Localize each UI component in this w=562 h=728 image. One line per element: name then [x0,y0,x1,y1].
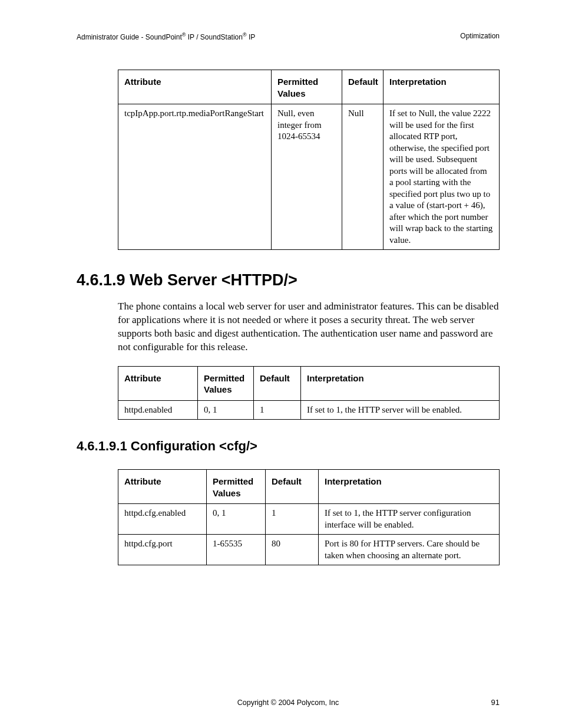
cell-default: 1 [254,400,301,420]
page-footer: Copyright © 2004 Polycom, Inc 91 [77,698,500,707]
table-row: tcpIpApp.port.rtp.mediaPortRangeStart Nu… [118,104,500,250]
table-rtp-port: Attribute Permitted Values Default Inter… [118,70,500,250]
cell-permitted: 1-65535 [207,535,266,565]
table-cfg: Attribute Permitted Values Default Inter… [118,469,500,565]
cell-default: Null [342,104,384,250]
section-heading-web-server: 4.6.1.9 Web Server <HTTPD/> [77,271,500,289]
col-default: Default [254,366,301,400]
table-header-row: Attribute Permitted Values Default Inter… [118,366,500,400]
running-header: Administrator Guide - SoundPoint® IP / S… [77,32,500,41]
cell-attribute: httpd.enabled [118,400,198,420]
col-interpretation: Interpretation [301,366,500,400]
cell-interpretation: If set to Null, the value 2222 will be u… [384,104,500,250]
table-header-row: Attribute Permitted Values Default Inter… [118,470,500,504]
col-permitted: Permitted Values [198,366,254,400]
col-default: Default [266,470,319,504]
cell-permitted: 0, 1 [198,400,254,420]
table-httpd: Attribute Permitted Values Default Inter… [118,366,500,420]
col-permitted: Permitted Values [207,470,266,504]
registered-icon: ® [243,32,247,38]
col-attribute: Attribute [118,470,207,504]
cell-interpretation: If set to 1, the HTTP server configurati… [319,504,500,535]
cell-interpretation: Port is 80 for HTTP servers. Care should… [319,535,500,565]
col-attribute: Attribute [118,70,272,104]
table-row: httpd.cfg.enabled 0, 1 1 If set to 1, th… [118,504,500,535]
header-left: Administrator Guide - SoundPoint® IP / S… [77,32,255,41]
cell-default: 80 [266,535,319,565]
header-left-mid: IP / SoundStation [186,33,243,41]
header-left-prefix: Administrator Guide - SoundPoint [77,33,182,41]
col-permitted: Permitted Values [272,70,342,104]
table-header-row: Attribute Permitted Values Default Inter… [118,70,500,104]
table-row: httpd.enabled 0, 1 1 If set to 1, the HT… [118,400,500,420]
header-left-suffix: IP [247,33,256,41]
cell-attribute: httpd.cfg.port [118,535,207,565]
cell-default: 1 [266,504,319,535]
table-row: httpd.cfg.port 1-65535 80 Port is 80 for… [118,535,500,565]
col-interpretation: Interpretation [319,470,500,504]
header-right: Optimization [460,32,500,41]
page-number: 91 [476,698,500,707]
subsection-heading-configuration: 4.6.1.9.1 Configuration <cfg/> [77,439,500,454]
cell-permitted: Null, even integer from 1024-65534 [272,104,342,250]
cell-permitted: 0, 1 [207,504,266,535]
body-paragraph: The phone contains a local web server fo… [118,300,500,354]
cell-attribute: tcpIpApp.port.rtp.mediaPortRangeStart [118,104,272,250]
cell-interpretation: If set to 1, the HTTP server will be ena… [301,400,500,420]
col-attribute: Attribute [118,366,198,400]
cell-attribute: httpd.cfg.enabled [118,504,207,535]
col-interpretation: Interpretation [384,70,500,104]
col-default: Default [342,70,384,104]
copyright-text: Copyright © 2004 Polycom, Inc [100,699,476,707]
